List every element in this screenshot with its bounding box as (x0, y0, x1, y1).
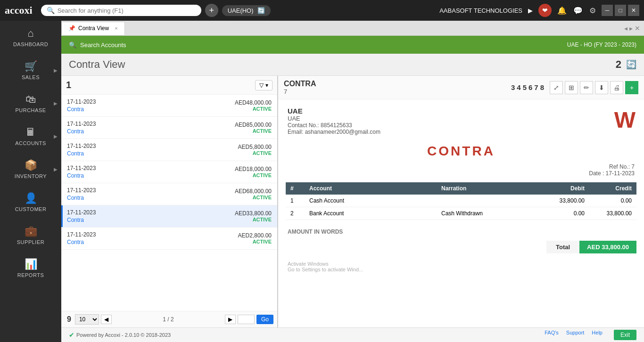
top-right: AABASOFT TECHNOLOGIES ▶ ❤ 🔔 💬 ⚙ ─ □ ✕ (439, 4, 639, 17)
add-button[interactable]: + (205, 4, 218, 17)
download-button[interactable]: ⬇ (595, 81, 608, 94)
sidebar-item-inventory[interactable]: 📦 INVENTORY ▶ (0, 153, 61, 186)
item-amount: AED5,800.00 (238, 144, 272, 150)
search-box[interactable]: 🔍 (41, 5, 201, 16)
pagination-number: 9 (65, 315, 73, 324)
search-input[interactable] (58, 7, 190, 14)
sidebar-item-supplier[interactable]: 💼 SUPPLIER (0, 219, 61, 252)
company-pill[interactable]: UAE(HO) 🔄 (222, 5, 271, 16)
sidebar-label-sales: SALES (22, 74, 40, 80)
col-credit-header: Credit (589, 182, 636, 195)
item-type[interactable]: Contra (67, 150, 96, 157)
row-narration: Cash Withdrawn (437, 207, 542, 220)
list-item[interactable]: 17-11-2023 Contra AED2,800.00 ACTIVE (61, 228, 277, 250)
support-link[interactable]: Support (566, 330, 585, 340)
voucher-row: 1 Cash Account 33,800.00 0.00 (286, 195, 636, 207)
sidebar-item-accounts[interactable]: 🖩 ACCOUNTS ▶ (0, 120, 61, 153)
edit-button[interactable]: ✏ (580, 81, 593, 94)
row-num: 1 (286, 195, 305, 207)
page-info: 1 / 2 (114, 316, 223, 323)
sidebar-item-sales[interactable]: 🛒 SALES ▶ (0, 54, 61, 87)
close-button[interactable]: ✕ (628, 5, 639, 16)
sidebar-label-inventory: INVENTORY (15, 173, 47, 179)
company-refresh-icon[interactable]: 🔄 (257, 7, 265, 14)
tab-scroll-left-icon[interactable]: ◂ (624, 24, 627, 32)
grid-button[interactable]: ⊞ (565, 81, 578, 94)
add-contra-button[interactable]: + (625, 81, 638, 94)
exit-button[interactable]: Exit (614, 330, 636, 340)
col-num-header: # (286, 182, 305, 195)
row-credit: 0.00 (589, 195, 636, 207)
expand-button[interactable]: ⤢ (550, 81, 563, 94)
list-item[interactable]: 17-11-2023 Contra AED85,000.00 ACTIVE (61, 117, 277, 139)
tab-label: Contra View (78, 25, 109, 32)
sales-icon: 🛒 (25, 60, 37, 73)
sidebar: ⌂ DASHBOARD 🛒 SALES ▶ 🛍 PURCHASE ▶ 🖩 ACC… (0, 21, 61, 342)
voucher-header: UAE UAE Contact No.: 8854125633 Email: a… (278, 99, 644, 139)
filter-icon: ▽ (259, 82, 264, 89)
print-button[interactable]: 🖨 (610, 81, 623, 94)
tab-bar: 📌 Contra View × ◂ ▸ ✕ (61, 21, 644, 36)
col-account-header: Account (305, 182, 437, 195)
arrow-icon: ▶ (528, 7, 533, 14)
page-go-button[interactable]: Go (256, 315, 273, 324)
sidebar-item-reports[interactable]: 📊 REPORTS (0, 252, 61, 285)
detail-toolbar: CONTRA 7 3 4 5 6 7 8 ⤢ ⊞ (278, 76, 644, 99)
toolbar-num-5: 5 (523, 83, 527, 91)
list-item[interactable]: 17-11-2023 Contra AED18,000.00 ACTIVE (61, 161, 277, 183)
item-type[interactable]: Contra (67, 239, 96, 245)
inventory-expand-icon: ▶ (54, 167, 58, 172)
item-date: 17-11-2023 (67, 121, 96, 127)
list-item-selected[interactable]: 17-11-2023 Contra AED33,800.00 ACTIVE (61, 205, 277, 228)
sidebar-item-dashboard[interactable]: ⌂ DASHBOARD (0, 21, 61, 54)
inventory-icon: 📦 (25, 159, 37, 171)
tab-close-all-icon[interactable]: ✕ (635, 24, 640, 32)
item-type[interactable]: Contra (67, 172, 96, 179)
refresh-button[interactable]: 🔄 (626, 59, 636, 70)
maximize-button[interactable]: □ (615, 5, 626, 16)
company-logo: W (614, 107, 635, 133)
bell-icon[interactable]: 🔔 (557, 6, 567, 15)
item-date: 17-11-2023 (67, 187, 96, 194)
contra-view-tab[interactable]: 📌 Contra View × (61, 22, 125, 35)
page-next-button[interactable]: ▶ (225, 315, 236, 324)
page-prev-button[interactable]: ◀ (101, 315, 112, 324)
item-status: ACTIVE (235, 195, 272, 200)
item-status: ACTIVE (235, 128, 272, 134)
sidebar-item-purchase[interactable]: 🛍 PURCHASE ▶ (0, 87, 61, 120)
sidebar-label-customer: CUSTOMER (15, 206, 47, 212)
voucher-row: 2 Bank Account Cash Withdrawn 0.00 33,80… (286, 207, 636, 220)
search-icon: 🔍 (47, 7, 55, 14)
page-goto-input[interactable] (238, 315, 255, 324)
item-type[interactable]: Contra (67, 106, 96, 113)
list-header: 1 ▽ ▾ (61, 76, 277, 95)
supplier-icon: 💼 (25, 225, 37, 237)
help-link[interactable]: Help (592, 330, 603, 340)
search-accounts-label[interactable]: Search Accounts (80, 41, 126, 49)
minimize-button[interactable]: ─ (602, 5, 613, 16)
page-title: Contra View (69, 58, 125, 71)
page-size-select[interactable]: 10 25 50 100 (75, 314, 99, 325)
list-panel: 1 ▽ ▾ 17-11-2023 Contra AED48,000.00 (61, 76, 278, 327)
contra-watermark: CONTRA (278, 139, 644, 163)
filter-button[interactable]: ▽ ▾ (255, 80, 272, 90)
content-area: 📌 Contra View × ◂ ▸ ✕ 🔍 Search Accounts … (61, 21, 644, 342)
contra-title: CONTRA (284, 80, 316, 88)
gear-icon[interactable]: ⚙ (589, 6, 596, 15)
row-account: Bank Account (305, 207, 437, 220)
tab-close-button[interactable]: × (115, 25, 117, 31)
sidebar-item-customer[interactable]: 👤 CUSTOMER (0, 186, 61, 219)
list-item[interactable]: 17-11-2023 Contra AED48,000.00 ACTIVE (61, 95, 277, 117)
refresh-number: 2 (616, 58, 621, 71)
item-type[interactable]: Contra (67, 195, 96, 201)
tab-pin-icon: 📌 (68, 25, 75, 32)
sidebar-label-reports: REPORTS (17, 272, 44, 278)
top-icons: 🔔 💬 ⚙ (557, 6, 596, 15)
item-type[interactable]: Contra (67, 217, 96, 223)
list-item[interactable]: 17-11-2023 Contra AED5,800.00 ACTIVE (61, 139, 277, 161)
faq-link[interactable]: FAQ's (545, 330, 559, 340)
chat-icon[interactable]: 💬 (573, 6, 583, 15)
list-item[interactable]: 17-11-2023 Contra AED68,000.00 ACTIVE (61, 183, 277, 205)
item-type[interactable]: Contra (67, 128, 96, 135)
tab-scroll-right-icon[interactable]: ▸ (629, 24, 633, 32)
